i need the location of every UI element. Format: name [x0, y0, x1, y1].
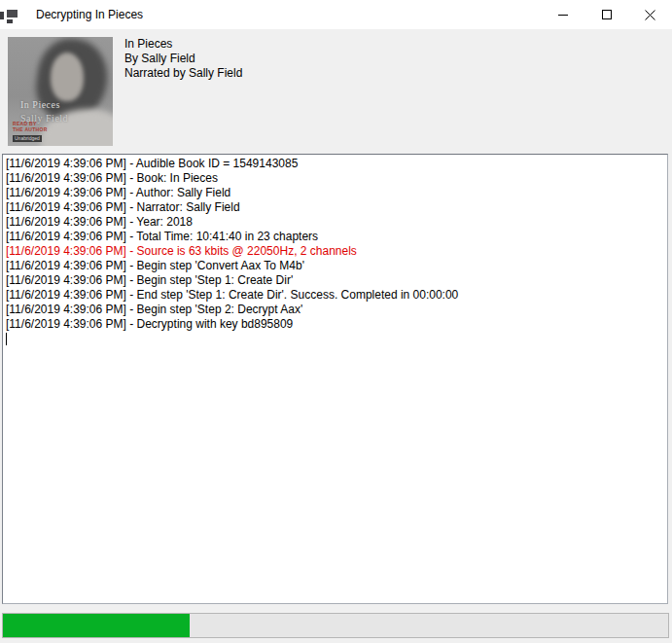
book-cover-art: In Pieces Sally Field READ BY THE AUTHOR… — [8, 37, 113, 146]
text-caret — [6, 333, 7, 345]
log-line: [11/6/2019 4:39:06 PM] - Decrypting with… — [6, 317, 664, 332]
book-narrator: Narrated by Sally Field — [124, 66, 242, 81]
progress-bar — [2, 613, 669, 638]
minimize-icon — [558, 15, 568, 16]
log-line: [11/6/2019 4:39:06 PM] - Begin step 'Ste… — [6, 273, 664, 288]
log-line: [11/6/2019 4:39:06 PM] - Source is 63 kb… — [6, 244, 664, 259]
cover-title-text: In Pieces — [20, 99, 60, 110]
close-icon — [645, 10, 655, 20]
log-textbox[interactable]: [11/6/2019 4:39:06 PM] - Audible Book ID… — [2, 154, 668, 604]
app-icon-square — [7, 10, 18, 18]
app-icon[interactable] — [0, 6, 18, 23]
app-icon-square — [0, 12, 4, 19]
cover-portrait-face — [51, 53, 84, 101]
log-line: [11/6/2019 4:39:06 PM] - Total Time: 10:… — [6, 230, 664, 244]
book-meta: In Pieces By Sally Field Narrated by Sal… — [124, 37, 242, 81]
app-icon-square — [7, 19, 13, 23]
book-author: By Sally Field — [124, 52, 242, 66]
window-title: Decrypting In Pieces — [36, 8, 143, 21]
log-line: [11/6/2019 4:39:06 PM] - Book: In Pieces — [6, 171, 664, 186]
log-line: [11/6/2019 4:39:06 PM] - Audible Book ID… — [6, 157, 664, 171]
app-window: Decrypting In Pieces In Pieces Sally Fie… — [0, 0, 672, 643]
caption-buttons — [541, 0, 672, 29]
maximize-button[interactable] — [584, 0, 628, 29]
log-line: [11/6/2019 4:39:06 PM] - Begin step 'Ste… — [6, 303, 664, 317]
caret-line — [6, 332, 664, 346]
progress-fill — [3, 614, 190, 637]
log-line: [11/6/2019 4:39:06 PM] - Begin step 'Con… — [6, 259, 664, 273]
log-line: [11/6/2019 4:39:06 PM] - Author: Sally F… — [6, 186, 664, 200]
log-line: [11/6/2019 4:39:06 PM] - End step 'Step … — [6, 288, 664, 303]
book-title: In Pieces — [124, 37, 242, 52]
close-button[interactable] — [628, 0, 672, 29]
log-line: [11/6/2019 4:39:06 PM] - Year: 2018 — [6, 215, 664, 230]
title-bar[interactable]: Decrypting In Pieces — [0, 0, 672, 29]
minimize-button[interactable] — [541, 0, 584, 29]
cover-read-by-badge: READ BY THE AUTHOR — [13, 121, 48, 132]
cover-edition-badge: Unabridged — [13, 135, 42, 142]
maximize-icon — [602, 10, 612, 19]
log-line: [11/6/2019 4:39:06 PM] - Narrator: Sally… — [6, 200, 664, 215]
